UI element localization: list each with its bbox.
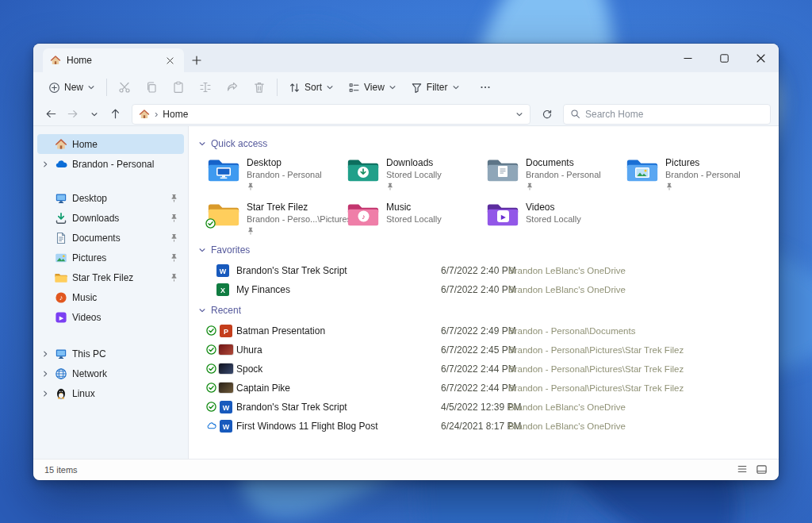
quick-access-tile-music[interactable]: ♪ Music Stored Locally [347,202,487,235]
pin-icon [526,183,601,190]
breadcrumb-item-home[interactable]: Home [163,109,188,120]
sidebar-item-this-pc[interactable]: This PC [37,344,184,363]
address-dropdown-button[interactable] [515,110,523,118]
pin-icon [665,183,741,190]
back-button[interactable] [41,104,61,124]
paste-button[interactable] [165,75,192,99]
up-button[interactable] [105,104,125,124]
file-row[interactable]: Uhura 6/7/2022 2:45 PM Brandon - Persona… [189,340,779,360]
expand-chevron-icon[interactable] [40,350,50,358]
details-view-toggle[interactable] [756,463,768,477]
image-thumbnail [219,383,233,393]
paste-icon [172,81,185,94]
filter-button[interactable]: Filter [404,75,467,99]
quick-access-tile-videos[interactable]: ▶ Videos Stored Locally [487,202,626,235]
sort-button[interactable]: Sort [282,75,341,99]
sidebar-item-desktop[interactable]: Desktop [37,188,184,208]
share-button[interactable] [219,75,246,99]
search-box[interactable] [563,104,771,125]
file-row[interactable]: Brandon's Star Trek Script 6/7/2022 2:40… [189,261,779,280]
sidebar-item-videos[interactable]: Videos [37,307,184,327]
sidebar-item-downloads[interactable]: Downloads [37,208,184,228]
list-view-toggle[interactable] [737,463,748,476]
search-input[interactable] [585,109,764,120]
collapse-chevron-icon[interactable] [198,306,206,314]
quick-access-tile-pictures[interactable]: Pictures Brandon - Personal [626,157,766,190]
expand-chevron-icon[interactable] [40,390,50,398]
word-file-icon [220,401,232,413]
explorer-tab-home[interactable]: Home [43,48,184,72]
file-row[interactable]: Captain Pike 6/7/2022 2:44 PM Brandon - … [189,379,779,398]
more-options-button[interactable] [472,75,499,99]
file-row[interactable]: Batman Presentation 6/7/2022 2:49 PM Bra… [189,321,779,340]
new-button[interactable]: New [41,75,102,99]
copy-button[interactable] [138,75,165,99]
file-row[interactable]: Brandon's Star Trek Script 4/5/2022 12:3… [189,398,779,417]
synced-badge-icon [206,383,216,393]
tile-subtitle: Stored Locally [386,170,442,179]
navigation-pane: Home Brandon - Personal Desktop [33,126,189,459]
quick-access-tile-star-trek-filez[interactable]: Star Trek Filez Brandon - Perso...\Pictu… [208,202,347,235]
tile-name: Desktop [247,158,322,168]
file-row[interactable]: First Windows 11 Flight Blog Post 6/24/2… [189,417,779,436]
sidebar-item-onedrive[interactable]: Brandon - Personal [37,154,184,174]
file-row[interactable]: My Finances 6/7/2022 2:40 PM Brandon LeB… [189,280,779,299]
home-icon [55,138,67,151]
copy-icon [145,81,158,94]
view-button[interactable]: View [341,75,404,99]
file-date: 6/7/2022 2:49 PM [441,321,516,340]
file-name: Brandon's Star Trek Script [236,398,347,417]
expand-chevron-icon[interactable] [40,160,50,168]
rename-button[interactable] [192,75,219,99]
recent-locations-button[interactable] [84,104,104,124]
home-icon [50,55,61,66]
collapse-chevron-icon[interactable] [198,246,206,254]
image-thumbnail [219,363,233,374]
view-icon [348,82,360,94]
collapse-chevron-icon[interactable] [198,140,206,148]
forward-button[interactable] [63,104,82,124]
breadcrumb[interactable]: › Home [132,104,530,125]
maximize-button[interactable] [706,44,742,72]
sidebar-item-home[interactable]: Home [37,134,184,154]
sidebar-item-linux[interactable]: Linux [37,383,184,403]
file-location: Brandon - Personal\Pictures\Star Trek Fi… [508,360,684,379]
cut-button[interactable] [111,75,138,99]
cut-icon [118,81,131,94]
pin-icon [170,213,178,222]
tab-close-button[interactable] [163,53,177,67]
sidebar-item-documents[interactable]: Documents [37,228,184,248]
section-header-quick-access[interactable]: Quick access [198,136,779,152]
sidebar-item-star-trek-filez[interactable]: Star Trek Filez [37,267,184,287]
tile-name: Pictures [665,158,741,168]
sidebar-item-label: Home [72,139,178,150]
new-tab-button[interactable] [184,48,209,72]
close-button[interactable] [742,44,779,72]
sidebar-item-label: Pictures [72,252,165,263]
section-header-favorites[interactable]: Favorites [198,242,779,258]
quick-access-tile-desktop[interactable]: Desktop Brandon - Personal [208,157,347,190]
sidebar-item-network[interactable]: Network [37,363,184,383]
sidebar-item-label: Linux [72,388,178,399]
file-date: 6/7/2022 2:45 PM [441,340,516,360]
section-header-recent[interactable]: Recent [198,302,779,318]
view-button-label: View [364,82,385,93]
refresh-button[interactable] [537,104,557,124]
tile-subtitle: Brandon - Personal [665,170,741,179]
file-location: Brandon LeBlanc's OneDrive [508,398,626,417]
desktop-icon [55,192,67,205]
maximize-icon [720,54,729,63]
minimize-button[interactable] [669,44,706,72]
tile-name: Videos [526,202,581,213]
expand-chevron-icon[interactable] [40,370,50,378]
chevron-down-icon [452,83,460,91]
quick-access-tile-downloads[interactable]: Downloads Stored Locally [347,157,487,190]
delete-button[interactable] [246,75,273,99]
section-title: Recent [211,305,241,316]
file-name: My Finances [236,280,290,299]
file-row[interactable]: Spock 6/7/2022 2:44 PM Brandon - Persona… [189,360,779,379]
quick-access-tile-documents[interactable]: Documents Brandon - Personal [487,157,626,190]
window-controls [669,44,779,72]
titlebar: Home [33,44,779,72]
sidebar-item-music[interactable]: Music [37,287,184,307]
